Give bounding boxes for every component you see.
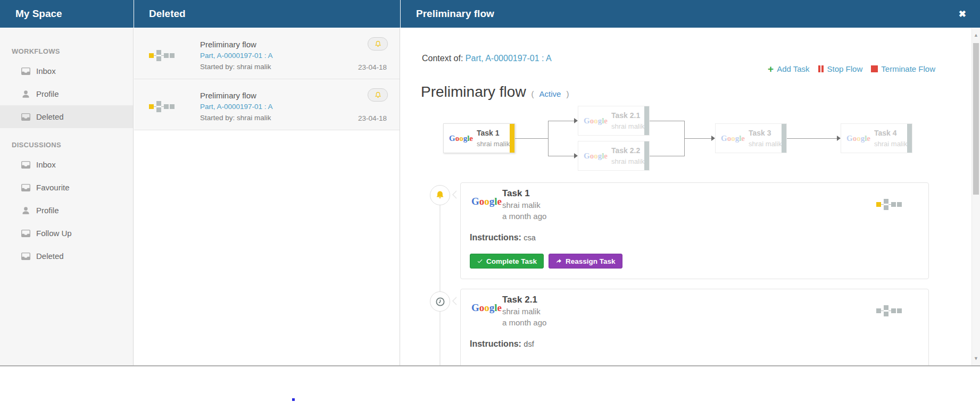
notification-bell-badge[interactable] [368, 88, 388, 102]
forward-arrow-icon [555, 258, 562, 265]
list-item-text: Preliminary flow Part, A-0000197-01 : A … [200, 90, 273, 123]
sidebar-item-label: Inbox [36, 160, 56, 169]
flow-arrowhead [574, 118, 578, 123]
workflow-mini-icon [876, 305, 902, 316]
node-name: Task 4 [874, 129, 897, 137]
workflow-context-link[interactable]: Part, A-0000197-01 : A [200, 101, 273, 112]
flow-arrowhead [574, 153, 578, 158]
sidebar-section-workflows: WORKFLOWS [12, 47, 133, 55]
sidebar: My Space WORKFLOWS Inbox Profile Deleted… [0, 0, 134, 365]
task-card-task-1: Google Task 1 shrai malik a month ago In… [460, 182, 929, 279]
sidebar-item-workflows-deleted[interactable]: Deleted [0, 105, 133, 128]
node-name: Task 2.2 [611, 146, 640, 155]
google-logo: Google [584, 152, 608, 161]
stop-flow-button[interactable]: Stop Flow [818, 64, 863, 73]
terminate-flow-label: Terminate Flow [881, 64, 935, 73]
flow-actions: + Add Task Stop Flow Terminate Flow [768, 64, 935, 73]
flow-connector [787, 138, 837, 139]
inbox-tray-icon [21, 67, 30, 76]
workflow-date: 23-04-18 [358, 114, 387, 122]
workflow-mini-icon [876, 199, 902, 210]
flow-node-task-4[interactable]: Google Task 4 shrai malik [841, 123, 912, 153]
flow-node-task-3[interactable]: Google Task 3 shrai malik [715, 123, 787, 153]
app-canvas: My Space WORKFLOWS Inbox Profile Deleted… [0, 0, 980, 402]
sidebar-item-label: Profile [36, 89, 59, 98]
scrollbar-up-arrow[interactable]: ▲ [972, 32, 980, 38]
task-assignee: shrai malik [502, 200, 541, 210]
sidebar-body: WORKFLOWS Inbox Profile Deleted DISCUSSI… [0, 28, 134, 365]
workflow-started-by: Started by: shrai malik [200, 112, 273, 123]
flow-node-task-1[interactable]: Google Task 1 shrai malik [443, 123, 515, 153]
sidebar-item-label: Inbox [36, 66, 56, 76]
node-assignee: shrai malik [477, 140, 510, 148]
task-time: a month ago [502, 212, 546, 221]
node-status-bar [782, 124, 786, 153]
deleted-list-panel: Deleted Preliminary flow Part, A-0000197… [134, 0, 400, 365]
list-body: Preliminary flow Part, A-0000197-01 : A … [134, 28, 400, 365]
check-icon [477, 258, 483, 264]
stray-artifact-dot [292, 398, 295, 401]
node-assignee: shrai malik [749, 140, 782, 148]
flow-connector [548, 156, 574, 156]
complete-task-button[interactable]: Complete Task [470, 254, 544, 269]
flow-node-task-2-2[interactable]: Google Task 2.2 shrai malik [578, 141, 650, 171]
google-logo: Google [846, 134, 870, 143]
sidebar-item-workflows-inbox[interactable]: Inbox [0, 60, 133, 82]
workflow-date: 23-04-18 [358, 63, 387, 71]
sidebar-item-discussions-favourite[interactable]: Favourite [0, 176, 133, 199]
vertical-scrollbar[interactable]: ▲ ▼ [971, 28, 980, 365]
google-logo: Google [471, 302, 502, 314]
list-item[interactable]: Preliminary flow Part, A-0000197-01 : A … [134, 79, 400, 130]
context-row: Context of: Part, A-0000197-01 : A [422, 54, 552, 63]
sidebar-item-discussions-inbox[interactable]: Inbox [0, 153, 133, 176]
flow-heading: Preliminary flow ( Active ) [421, 83, 569, 100]
scrollbar-down-arrow[interactable]: ▼ [972, 356, 980, 361]
sidebar-item-discussions-profile[interactable]: Profile [0, 199, 133, 222]
list-item[interactable]: Preliminary flow Part, A-0000197-01 : A … [134, 28, 400, 79]
flow-node-task-2-1[interactable]: Google Task 2.1 shrai malik [578, 106, 650, 136]
flow-status-paren-open: ( [531, 89, 534, 98]
inbox-tray-icon [21, 229, 30, 238]
inbox-tray-icon [21, 113, 30, 121]
detail-panel-header: Preliminary flow ✖ [401, 0, 980, 28]
context-link[interactable]: Part, A-0000197-01 : A [466, 54, 552, 63]
flow-name: Preliminary flow [421, 83, 526, 100]
sidebar-item-discussions-follow-up[interactable]: Follow Up [0, 222, 133, 245]
sidebar-item-workflows-profile[interactable]: Profile [0, 82, 133, 105]
user-icon [21, 206, 30, 215]
add-task-button[interactable]: + Add Task [768, 64, 810, 73]
reassign-task-button[interactable]: Reassign Task [549, 254, 622, 269]
workflow-title: Preliminary flow [200, 39, 273, 50]
inbox-tray-icon [21, 161, 30, 169]
flow-arrowhead [711, 136, 715, 141]
sidebar-title: My Space [15, 8, 62, 20]
scrollbar-thumb[interactable] [973, 43, 979, 195]
node-status-bar [907, 124, 912, 153]
instructions-label: Instructions: [470, 339, 521, 348]
instructions-text: csa [524, 233, 536, 242]
bell-icon [435, 190, 445, 200]
flow-status-link[interactable]: Active [539, 89, 561, 98]
stop-flow-label: Stop Flow [827, 64, 863, 73]
list-panel-title: Deleted [149, 8, 186, 20]
flow-connector [650, 121, 684, 121]
node-status-bar [644, 141, 649, 170]
flow-status-paren-close: ) [566, 89, 569, 98]
task-time: a month ago [502, 318, 546, 327]
app-bottom-border [0, 365, 980, 366]
detail-panel-title: Preliminary flow [416, 8, 494, 20]
google-logo: Google [584, 116, 608, 125]
node-assignee: shrai malik [874, 140, 907, 148]
close-icon[interactable]: ✖ [959, 0, 966, 28]
sidebar-item-label: Profile [36, 206, 59, 215]
instructions-text: dsf [524, 340, 534, 348]
plus-icon: + [768, 65, 774, 73]
sidebar-item-discussions-deleted[interactable]: Deleted [0, 245, 133, 267]
terminate-flow-button[interactable]: Terminate Flow [871, 64, 935, 73]
google-logo: Google [449, 134, 473, 143]
task-card-task-2-1: Google Task 2.1 shrai malik a month ago … [460, 289, 929, 365]
workflow-context-link[interactable]: Part, A-0000197-01 : A [200, 50, 273, 61]
timeline-line [439, 195, 441, 365]
bell-icon [375, 40, 381, 47]
notification-bell-badge[interactable] [368, 37, 388, 51]
